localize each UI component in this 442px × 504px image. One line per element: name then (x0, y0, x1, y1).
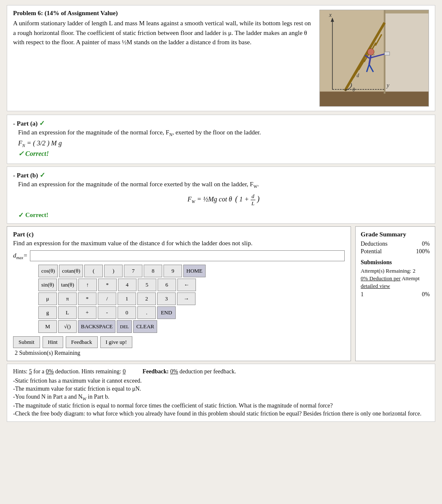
grade-row-1-value: 0% (422, 291, 430, 298)
give-up-button[interactable]: I give up! (100, 336, 133, 348)
key-g[interactable]: g (38, 306, 57, 319)
grade-row-1: 1 0% (361, 291, 430, 298)
problem-image: x y L d θ (319, 10, 429, 107)
svg-rect-3 (385, 10, 429, 13)
part-c-wrapper: Part (c) Find an expression for the maxi… (7, 226, 435, 361)
deductions-value: 0% (422, 241, 430, 247)
key-7[interactable]: 7 (124, 265, 142, 277)
key-mult[interactable]: * (78, 292, 96, 305)
part-a-check: ✓ (39, 120, 45, 127)
feedback-button[interactable]: Feedback (66, 336, 98, 348)
key-openparen[interactable]: ( (84, 265, 103, 277)
key-del[interactable]: DEL (117, 320, 132, 333)
hints-feedback-row: Hints: 5 for a 0% deduction. Hints remai… (13, 368, 429, 375)
part-b-instruction: Find an expression for the magnitude of … (18, 181, 429, 189)
key-2[interactable]: 2 (137, 292, 156, 305)
deductions-row: Deductions 0% (361, 241, 430, 247)
hints-label: Hints: (13, 368, 29, 375)
dmax-input[interactable] (30, 250, 345, 261)
svg-rect-2 (320, 91, 429, 106)
deduction-per-attempt: 0% Deduction per Attempt (361, 275, 430, 282)
key-1[interactable]: 1 (118, 292, 136, 305)
part-b-title: - Part (b) ✓ (13, 171, 45, 179)
part-b-answer: FW = ½Mg cot θ ( 1 + dL ) (18, 193, 429, 207)
grade-row-1-label: 1 (361, 291, 364, 298)
deduction-pct: 0% Deduction per (361, 275, 401, 281)
key-home[interactable]: HOME (183, 265, 205, 277)
key-sqrt[interactable]: √() (58, 320, 77, 333)
part-b-check: ✓ (40, 172, 45, 179)
key-closeparen[interactable]: ) (104, 265, 123, 277)
part-b-section: - Part (b) ✓ Find an expression for the … (7, 166, 435, 224)
key-pi[interactable]: π (58, 292, 77, 305)
dmax-row: dmax= (13, 250, 345, 261)
submit-button[interactable]: Submit (13, 336, 40, 348)
key-minus[interactable]: - (98, 306, 116, 319)
key-end[interactable]: END (157, 306, 176, 319)
attempt-label: Attempt (402, 275, 420, 281)
key-backspace[interactable]: BACKSPACE (78, 320, 115, 333)
hints-info: Hints: 5 for a 0% deduction. Hints remai… (13, 368, 126, 375)
part-a-instruction: Find an expression for the magnitude of … (18, 129, 429, 137)
keypad-row-2: sin(θ) tan(θ) ↑ * 4 5 6 ← (38, 279, 345, 291)
grade-summary: Grade Summary Deductions 0% Potential 10… (355, 226, 435, 361)
keypad-row-5: M √() BACKSPACE DEL CLEAR (38, 320, 345, 333)
key-6[interactable]: 6 (158, 279, 176, 291)
part-a-title: - Part (a) ✓ (13, 119, 45, 127)
key-div[interactable]: / (98, 292, 116, 305)
keypad-rows: cos(θ) cotan(θ) ( ) 7 8 9 HOME sin(θ) ta… (38, 265, 345, 333)
svg-rect-1 (385, 10, 429, 94)
key-cotantheta[interactable]: cotan(θ) (59, 265, 83, 277)
svg-text:θ: θ (352, 87, 355, 93)
svg-rect-25 (385, 52, 390, 55)
grade-summary-title: Grade Summary (361, 231, 430, 238)
key-9[interactable]: 9 (163, 265, 182, 277)
submissions-title: Submissions (361, 259, 430, 266)
detailed-view-link[interactable]: detailed view (361, 283, 390, 289)
hint-text-1: -Static friction has a maximum value it … (13, 378, 429, 384)
potential-label: Potential (361, 248, 382, 255)
key-0[interactable]: 0 (118, 306, 136, 319)
hint-text-6: -Check the free body diagram: to what fo… (13, 410, 429, 417)
key-plus[interactable]: + (78, 306, 96, 319)
hints-count[interactable]: 5 (29, 368, 32, 375)
key-costheta[interactable]: cos(θ) (38, 265, 58, 277)
dmax-label: dmax= (13, 252, 27, 260)
key-clear[interactable]: CLEAR (133, 320, 157, 333)
keypad-row-1: cos(θ) cotan(θ) ( ) 7 8 9 HOME (38, 265, 345, 277)
part-b-correct: ✓ Correct! (18, 211, 429, 219)
key-L[interactable]: L (58, 306, 77, 319)
key-sintheta[interactable]: sin(θ) (38, 279, 57, 291)
key-dot[interactable]: . (137, 306, 156, 319)
svg-text:d: d (356, 72, 359, 78)
part-c-header: Part (c) (13, 231, 345, 238)
key-5[interactable]: 5 (138, 279, 156, 291)
diagram-svg: x y L d θ (320, 10, 429, 106)
key-4[interactable]: 4 (118, 279, 137, 291)
hint-text-2: -The maximum value for static friction i… (13, 386, 429, 392)
key-tantheta[interactable]: tan(θ) (58, 279, 77, 291)
potential-row: Potential 100% (361, 248, 430, 255)
key-8[interactable]: 8 (144, 265, 162, 277)
problem-header: Problem 6: (14% of Assignment Value) A u… (7, 5, 435, 111)
problem-description: A uniform stationary ladder of length L … (13, 19, 314, 47)
detailed-view[interactable]: detailed view (361, 283, 430, 290)
part-b-body: Find an expression for the magnitude of … (18, 181, 429, 219)
key-M[interactable]: M (38, 320, 57, 333)
keypad: cos(θ) cotan(θ) ( ) 7 8 9 HOME sin(θ) ta… (13, 265, 345, 333)
key-left-arrow[interactable]: ← (177, 279, 196, 291)
submissions-remaining: 2 Submission(s) Remaining (15, 350, 345, 357)
feedback-label: Feedback: (142, 368, 169, 375)
hints-remaining: 0 (123, 368, 126, 375)
hint-button[interactable]: Hint (43, 336, 63, 348)
hint-text-3: -You found N in Part a and NW in Part b. (13, 394, 429, 401)
key-asterisk[interactable]: * (98, 279, 117, 291)
problem-text: Problem 6: (14% of Assignment Value) A u… (13, 10, 314, 47)
part-a-header: - Part (a) ✓ (13, 119, 429, 127)
hints-section: Hints: 5 for a 0% deduction. Hints remai… (7, 364, 435, 422)
key-right-arrow[interactable]: → (177, 292, 196, 305)
key-mu[interactable]: μ (38, 292, 57, 305)
part-b-header: - Part (b) ✓ (13, 171, 429, 179)
key-up[interactable]: ↑ (78, 279, 97, 291)
key-3[interactable]: 3 (157, 292, 176, 305)
